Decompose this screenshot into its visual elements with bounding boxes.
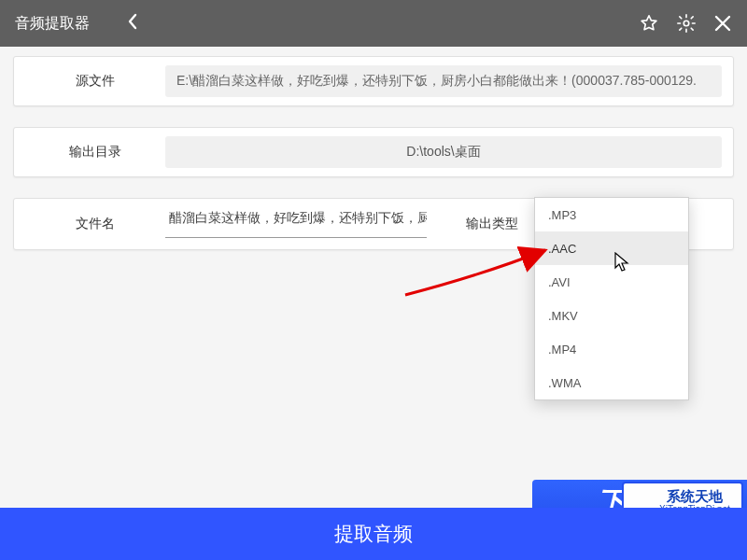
option-mkv[interactable]: .MKV: [535, 299, 688, 332]
app-title: 音频提取器: [15, 14, 90, 34]
option-aac[interactable]: .AAC: [535, 231, 688, 265]
output-dir-label: 输出目录: [25, 144, 165, 161]
source-file-label: 源文件: [25, 73, 165, 90]
option-mp3[interactable]: .MP3: [535, 198, 688, 231]
filename-input[interactable]: 醋溜白菜这样做，好吃到爆，还特别下饭，厨房小白: [165, 210, 427, 238]
option-avi[interactable]: .AVI: [535, 265, 688, 299]
source-file-field[interactable]: E:\醋溜白菜这样做，好吃到爆，还特别下饭，厨房小白都能做出来！(000037.…: [165, 65, 722, 97]
option-wma[interactable]: .WMA: [535, 366, 688, 399]
extract-audio-label: 提取音频: [334, 521, 413, 547]
output-dir-panel: 输出目录 D:\tools\桌面: [13, 127, 734, 177]
source-file-panel: 源文件 E:\醋溜白菜这样做，好吃到爆，还特别下饭，厨房小白都能做出来！(000…: [13, 56, 734, 106]
watermark-brand: 系统天地: [667, 489, 723, 503]
option-mp4[interactable]: .MP4: [535, 332, 688, 366]
extract-audio-button[interactable]: 提取音频: [0, 508, 747, 560]
favorite-icon[interactable]: [639, 13, 659, 34]
settings-icon[interactable]: [676, 13, 697, 34]
filename-label: 文件名: [25, 216, 165, 232]
output-dir-field[interactable]: D:\tools\桌面: [165, 136, 722, 168]
close-icon[interactable]: [713, 14, 732, 33]
back-icon[interactable]: [127, 13, 138, 35]
output-type-label: 输出类型: [455, 216, 529, 232]
output-type-dropdown: .MP3 .AAC .AVI .MKV .MP4 .WMA: [534, 197, 689, 400]
svg-point-0: [684, 21, 689, 26]
titlebar: 音频提取器: [0, 0, 747, 47]
